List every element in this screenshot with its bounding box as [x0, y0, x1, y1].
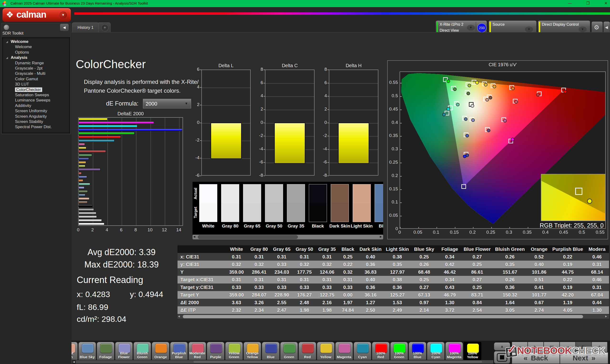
cie-y-tick: 0.05	[387, 213, 398, 218]
inset-measured-point	[587, 199, 592, 204]
calman-menu-button[interactable]: ❖ calman ▼	[2, 8, 71, 22]
sidebar-collapse-button[interactable]: ◀	[60, 24, 69, 31]
toolbar-scroll-thumb[interactable]	[193, 360, 482, 363]
toolbar-scrollbar[interactable]: ◀	[71, 360, 493, 364]
table-scroll-thumb[interactable]	[183, 315, 583, 318]
cie-y-tick: 0.15	[387, 186, 398, 192]
patch-button-orange[interactable]: Orange	[152, 342, 169, 360]
sidebar-item-additivity[interactable]: Additivity	[15, 104, 31, 108]
tree-expander-icon[interactable]: ◢	[6, 40, 8, 43]
patch-button-cyan[interactable]: Cyan	[354, 342, 371, 360]
sidebar-item-color-gamut[interactable]: Color Gamut	[15, 77, 38, 81]
patch-button-bluish-green[interactable]: Bluish Green	[133, 342, 151, 360]
scroll-left-icon[interactable]: ◀	[72, 360, 76, 364]
scroll-left-icon[interactable]: ◀	[193, 235, 195, 238]
notebookcheck-watermark: ✓ NOTEBOOKCHECK	[505, 344, 605, 357]
patch-button-light-skin[interactable]: Light Skin	[71, 342, 78, 360]
cell: 0.31	[271, 253, 293, 260]
patch-button-yellow[interactable]: Yellow	[317, 342, 335, 360]
sidebar-item-luminance-sweeps[interactable]: Luminance Sweeps	[15, 98, 50, 103]
delta-c-y-tick: 0	[255, 120, 263, 125]
patch-button-100-yellow[interactable]: 100% Yellow	[464, 342, 481, 360]
patch-button-blue-flower[interactable]: Blue Flower	[115, 342, 133, 360]
patch-button-purplish-blue[interactable]: Purplish Blue	[170, 342, 188, 360]
deltae-x-tick: 14	[174, 227, 183, 233]
swatch-target	[331, 203, 349, 222]
sidebar-item-dynamic-range[interactable]: Dynamic Range	[15, 61, 44, 65]
patch-label: 100% Blue	[409, 351, 426, 359]
restore-icon[interactable]: ❐	[586, 1, 589, 5]
sidebar-orb-button[interactable]	[4, 25, 9, 30]
delta-l-y-tick: -2	[191, 137, 199, 143]
patch-button-red[interactable]: Red	[299, 342, 316, 360]
cell: 0.33	[271, 260, 293, 268]
sidebar-item-analysis-section[interactable]: Analysis	[11, 55, 27, 60]
patch-chip	[155, 343, 167, 353]
minimize-icon[interactable]: —	[568, 1, 572, 5]
cie-x-tick: 0.55	[595, 230, 606, 235]
tree-expander-icon[interactable]: ◢	[6, 56, 8, 59]
patch-button-100-red[interactable]: 100% Red	[372, 342, 389, 360]
table-scrollbar[interactable]: ◀▶	[178, 314, 609, 319]
patch-button-100-cyan[interactable]: 100% Cyan	[427, 342, 445, 360]
sidebar-item-welcome[interactable]: Welcome	[15, 45, 32, 49]
sidebar-item-3d-lut[interactable]: 3D LUT	[15, 82, 29, 87]
patch-label: Magenta	[336, 355, 352, 359]
sidebar-item-screen-stability[interactable]: Screen Stability	[15, 119, 43, 124]
patch-button-foliage[interactable]: Foliage	[97, 342, 114, 360]
close-icon[interactable]: ✕	[604, 1, 607, 5]
patch-button-green[interactable]: Green	[280, 342, 298, 360]
tab-history-1[interactable]: History 1	[72, 22, 99, 33]
cell: 0.31	[271, 276, 293, 284]
patch-button-100-blue[interactable]: 100% Blue	[409, 342, 426, 360]
scroll-left-icon[interactable]: ◀	[178, 315, 180, 318]
sidebar-item-colorchecker[interactable]: ColorChecker	[15, 87, 42, 92]
patch-button-orange-yellow[interactable]: Orange Yellow	[244, 342, 261, 360]
sidebar-item-grayscale-multi[interactable]: Grayscale - Multi	[15, 71, 46, 76]
source-label: Source	[493, 22, 505, 27]
sidebar-item-grayscale-2pt[interactable]: Grayscale - 2pt	[15, 66, 42, 71]
patch-button-100-magenta[interactable]: 100% Magenta	[445, 342, 463, 360]
cell: 0.40	[357, 276, 384, 284]
reading-cdm2: cd/m²: 298.04	[77, 314, 126, 324]
patch-button-magenta[interactable]: Magenta	[335, 342, 353, 360]
cell: 0.42	[437, 260, 462, 268]
cell: 67.04	[585, 291, 609, 299]
chevron-left-icon: ◀	[63, 26, 66, 29]
swatch-gray-35	[287, 184, 305, 222]
display-dropdown-arrow-icon: ▼	[579, 26, 587, 32]
sidebar-item-welcome-section[interactable]: Welcome	[11, 39, 28, 44]
swatch-label: Blue	[373, 223, 383, 229]
delta-h-y-tick: 2	[319, 106, 327, 112]
strip-scrollbar[interactable]: ◀▶	[193, 235, 383, 239]
tab-add[interactable]: +	[99, 22, 111, 33]
patch-chip	[100, 343, 112, 353]
logo-dropdown-icon[interactable]: ▼	[59, 12, 67, 19]
de-formula-dropdown[interactable]: 2000 ▼	[143, 99, 191, 108]
cell: 0.25	[462, 260, 492, 268]
cell: 0.51	[528, 276, 550, 284]
cell: 124.06	[316, 268, 338, 276]
deltae-bar-100-magenta	[78, 121, 154, 124]
sidebar-item-spectral-power-dist[interactable]: Spectral Power Dist.	[15, 125, 52, 129]
cie-y-tick: 0.55	[387, 80, 398, 85]
patch-button-blue[interactable]: Blue	[262, 342, 280, 360]
patch-button-100-green[interactable]: 100% Green	[390, 342, 408, 360]
sidebar-item-saturation-sweeps[interactable]: Saturation Sweeps	[15, 93, 49, 97]
sidebar-item-screen-uniformity[interactable]: Screen Uniformity	[15, 109, 47, 113]
patch-button-yellow-green[interactable]: Yellow Green	[225, 342, 243, 360]
patch-label: Light Skin	[71, 351, 77, 359]
scroll-right-icon[interactable]: ▶	[380, 235, 382, 238]
swatch-target	[243, 203, 261, 222]
patch-button-blue-sky[interactable]: Blue Sky	[78, 342, 96, 360]
cell: 0.46	[585, 276, 609, 284]
cie-measured-moderate-red	[515, 100, 518, 104]
patch-button-purple[interactable]: Purple	[207, 342, 224, 360]
sidebar-item-screen-angularity[interactable]: Screen Angularity	[15, 114, 47, 119]
patch-button-moderate-red[interactable]: Moderate Red	[188, 342, 206, 360]
sidebar-title: SDR Toolkit	[2, 31, 24, 36]
sidebar-item-options[interactable]: Options	[15, 50, 29, 55]
scroll-right-icon[interactable]: ▶	[605, 315, 607, 318]
strip-scroll-thumb[interactable]	[198, 235, 298, 239]
display-label: Direct Display Control	[542, 22, 579, 27]
